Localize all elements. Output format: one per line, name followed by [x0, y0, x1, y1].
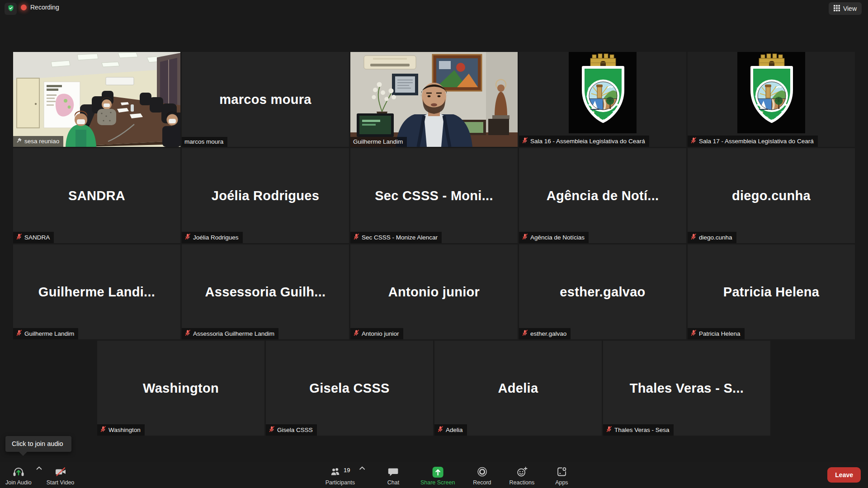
mic-muted-icon: [522, 137, 528, 145]
participant-tile[interactable]: Patricia Helena Patricia Helena: [688, 244, 855, 339]
participant-display-name: Antonio junior: [350, 285, 518, 300]
chevron-up-icon: [36, 464, 42, 472]
pillarboxed-video-frame: ★★★ ★★★ ★★★: [737, 52, 805, 133]
participant-tile[interactable]: Adelia Adelia: [434, 341, 602, 436]
share-screen-button[interactable]: Share Screen: [419, 459, 457, 488]
svg-text:★: ★: [760, 110, 764, 115]
join-audio-label: Join Audio: [5, 480, 32, 486]
apps-button[interactable]: Apps: [547, 459, 576, 488]
participant-name-label: diego.cunha: [699, 234, 732, 241]
participant-name-tag: Patricia Helena: [688, 328, 745, 339]
participant-tile[interactable]: Thales Veras - S... Thales Veras - Sesa: [603, 341, 770, 436]
participant-tile[interactable]: Guilherme Landim: [350, 52, 518, 147]
participant-display-name: marcos moura: [182, 92, 349, 107]
participant-name-tag: sesa reuniao: [13, 136, 63, 147]
participant-tile[interactable]: Assessoria Guilh... Assessoria Guilherme…: [182, 244, 349, 339]
chat-bubble-icon: [388, 466, 399, 479]
participant-tile[interactable]: SANDRA SANDRA: [13, 148, 180, 243]
participant-tile[interactable]: ★★★ ★★★ ★★★: [688, 52, 855, 147]
participant-display-name: diego.cunha: [688, 188, 855, 203]
participant-name-tag: Washington: [97, 424, 145, 436]
participant-name-label: Sec CSSS - Monize Alencar: [362, 234, 438, 241]
participant-name-tag: Sala 16 - Assembleia Legislativa do Cear…: [519, 136, 649, 147]
participant-tile[interactable]: Gisela CSSS Gisela CSSS: [266, 341, 433, 436]
participant-name-label: Sala 16 - Assembleia Legislativa do Cear…: [530, 138, 645, 145]
mic-muted-icon: [16, 233, 22, 241]
participant-display-name: SANDRA: [13, 188, 180, 203]
participant-name-label: Patricia Helena: [699, 330, 741, 337]
participants-count-badge: 19: [344, 467, 350, 473]
chevron-up-icon: [359, 464, 365, 472]
participant-name-label: Adelia: [446, 427, 463, 433]
mic-muted-icon: [522, 233, 528, 241]
join-audio-menu-button[interactable]: [33, 455, 45, 488]
meeting-info-shield-button[interactable]: [5, 3, 17, 15]
participant-tile[interactable]: Guilherme Landi... Guilherme Landim: [13, 244, 180, 339]
svg-text:★: ★: [781, 109, 785, 114]
participant-display-name: Washington: [97, 381, 264, 396]
participant-name-label: esther.galvao: [530, 330, 566, 337]
headphones-icon: [13, 466, 24, 479]
grid-view-icon: [834, 5, 840, 13]
participant-tile[interactable]: Sec CSSS - Moni... Sec CSSS - Monize Ale…: [350, 148, 518, 243]
participant-name-tag: Assessoria Guilherme Landim: [182, 328, 278, 339]
participant-tile[interactable]: Agência de Notí... Agência de Notícias: [519, 148, 686, 243]
participant-tile[interactable]: ★★★ ★★★ ★★★: [519, 52, 686, 147]
join-audio-button[interactable]: Join Audio: [4, 459, 33, 488]
meeting-room-video: [13, 52, 180, 147]
mic-muted-icon: [522, 329, 528, 338]
participant-name-label: Assessoria Guilherme Landim: [193, 330, 274, 337]
participant-name-tag: Adelia: [434, 424, 467, 436]
participant-name-label: Thales Veras - Sesa: [614, 427, 670, 433]
participant-tile[interactable]: diego.cunha diego.cunha: [688, 148, 855, 243]
participant-name-label: Guilherme Landim: [353, 138, 403, 145]
speaker-video: [350, 52, 518, 147]
participant-tile[interactable]: esther.galvao esther.galvao: [519, 244, 686, 339]
participant-tile[interactable]: Washington Washington: [97, 341, 264, 436]
view-button[interactable]: View: [829, 2, 862, 15]
participant-name-tag: Thales Veras - Sesa: [603, 424, 674, 436]
chat-label: Chat: [387, 480, 399, 486]
participant-name-label: Guilherme Landim: [24, 330, 74, 337]
start-video-button[interactable]: Start Video: [45, 459, 76, 488]
leave-button[interactable]: Leave: [827, 467, 861, 483]
mic-muted-icon: [690, 329, 697, 338]
recording-dot-icon: [21, 5, 27, 10]
participant-display-name: Joélia Rodrigues: [182, 188, 349, 203]
svg-text:★: ★: [607, 115, 611, 120]
participant-name-tag: Gisela CSSS: [266, 424, 317, 436]
participant-name-tag: Agência de Notícias: [519, 232, 589, 243]
record-button[interactable]: Record: [467, 459, 496, 488]
participant-video-area: ★★★ ★★★ ★★★: [519, 52, 686, 147]
apps-label: Apps: [555, 480, 568, 486]
apps-icon: [556, 466, 567, 479]
participant-display-name: Thales Veras - S...: [603, 381, 770, 396]
participant-video-area: [13, 52, 180, 147]
join-audio-tooltip: Click to join audio: [5, 436, 71, 452]
mic-muted-icon: [353, 329, 359, 338]
participant-name-tag: diego.cunha: [688, 232, 736, 243]
pin-icon: [16, 137, 22, 145]
participant-display-name: Adelia: [434, 381, 602, 396]
mic-muted-icon: [269, 426, 275, 434]
participant-name-label: Sala 17 - Assembleia Legislativa do Cear…: [699, 138, 814, 145]
participant-tile[interactable]: marcos moura marcos moura: [182, 52, 349, 147]
participant-tile[interactable]: Joélia Rodrigues Joélia Rodrigues: [182, 148, 349, 243]
svg-text:★: ★: [596, 115, 600, 120]
recording-indicator[interactable]: Recording: [21, 4, 59, 11]
participant-tile[interactable]: sesa reuniao: [13, 52, 180, 147]
participant-name-tag: Sec CSSS - Monize Alencar: [350, 232, 442, 243]
mic-muted-icon: [690, 137, 697, 145]
chat-button[interactable]: Chat: [379, 459, 408, 488]
participant-display-name: Sec CSSS - Moni...: [350, 188, 518, 203]
recording-label: Recording: [30, 4, 59, 11]
reactions-button[interactable]: Reactions: [507, 459, 536, 488]
share-screen-icon: [432, 466, 443, 479]
participant-name-label: SANDRA: [24, 234, 50, 241]
participants-button[interactable]: 19 Participants: [324, 459, 357, 488]
participants-menu-button[interactable]: [357, 455, 368, 488]
tooltip-text: Click to join audio: [12, 440, 63, 447]
participant-name-tag: esther.galvao: [519, 328, 571, 339]
participants-label: Participants: [326, 480, 355, 486]
participant-tile[interactable]: Antonio junior Antonio junior: [350, 244, 518, 339]
